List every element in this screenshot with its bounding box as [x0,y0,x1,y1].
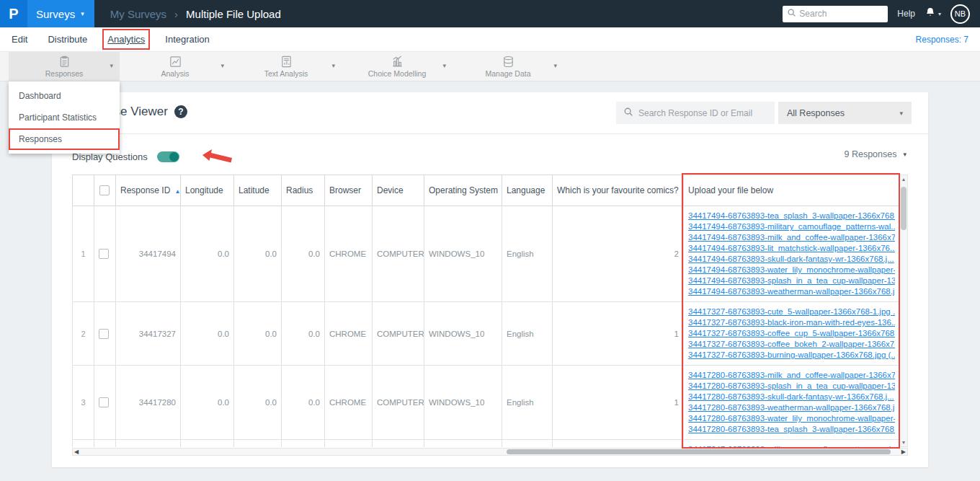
file-link[interactable]: 34417280-68763893-milk_and_coffee-wallpa… [688,370,895,381]
file-link[interactable]: 34417494-68763893-water_lily_monochrome-… [688,265,895,275]
file-link[interactable]: 34417280-68763893-splash_in_a_tea_cup-wa… [688,381,895,392]
file-link[interactable]: 34417494-68763893-weatherman-wallpaper-1… [688,286,895,297]
cell-language: English [502,302,553,366]
file-link[interactable]: 34417327-68763893-burning-wallpaper-1366… [688,350,895,361]
file-link[interactable]: 34417494-68763893-skull-dark-fantasy-wr-… [688,254,895,265]
column-header-radius[interactable]: Radius [282,175,325,206]
column-header-upload-your-file-below[interactable]: Upload your file below [684,175,900,206]
vertical-scroll-thumb[interactable] [901,187,906,230]
page-title: Multiple File Upload [186,8,281,20]
breadcrumb-my-surveys[interactable]: My Surveys [110,8,166,20]
chevron-down-icon[interactable]: ▾ [220,62,224,69]
file-link[interactable]: 34417280-68763893-water_lily_monochrome-… [688,413,895,424]
file-link[interactable]: 34417280-68763893-tea_splash_3-wallpaper… [688,424,895,435]
column-header-response-id[interactable]: Response ID▲ [116,175,181,206]
column-header-longitude[interactable]: Longitude [181,175,234,206]
file-link[interactable]: 34417494-68763893-lit_matchstick-wallpap… [688,243,895,254]
row-number: 1 [73,206,94,302]
scroll-left-icon[interactable]: ◀ [74,449,79,455]
file-link[interactable]: 34417327-68763893-black-iron-man-with-re… [688,317,895,328]
toolbar-text-analysis[interactable]: Text Analysis▾ [231,52,342,81]
row-checkbox[interactable] [99,397,109,407]
chevron-down-icon[interactable]: ▾ [110,62,113,69]
response-filter-dropdown[interactable]: All Responses ▾ [778,102,912,124]
menu-item-participant-statistics[interactable]: Participant Statistics [9,107,120,128]
column-header-latitude[interactable]: Latitude [234,175,282,206]
notifications-button[interactable]: ▾ [925,6,941,22]
tab-analytics[interactable]: Analytics [107,34,145,45]
file-link[interactable]: 34417494-68763893-tea_splash_3-wallpaper… [688,211,895,221]
global-search-input[interactable] [799,9,883,19]
file-link[interactable]: 34417280-68763893-skull-dark-fantasy-wr-… [688,392,895,402]
file-link[interactable]: 34417327-68763893-coffee_bokeh_2-wallpap… [688,339,895,350]
display-questions-toggle[interactable] [157,151,179,162]
help-link[interactable]: Help [897,9,915,19]
breadcrumb: My Surveys › Multiple File Upload [110,8,281,20]
tab-distribute[interactable]: Distribute [48,34,87,45]
cell-operating-system: WINDOWS_10 [424,206,502,302]
cell-radius: 0.0 [282,366,325,440]
toolbar-responses[interactable]: Responses▾ [9,52,120,81]
card-header: Response Viewer ? All Responses ▾ [52,92,928,134]
toolbar-choice-modelling[interactable]: Choice Modelling▾ [342,52,453,81]
toolbar-analysis[interactable]: Analysis▾ [120,52,231,81]
questionpro-logo[interactable]: P [0,0,27,27]
responses-table: Response ID▲LongitudeLatitudeRadiusBrows… [72,175,899,447]
scroll-up-icon[interactable]: ▲ [900,177,907,182]
file-link[interactable]: 34417247-68763893-military_camouflage_pa… [688,444,895,447]
column-header-which-is-your-favourite-comics-[interactable]: Which is your favourite comics? [553,175,684,206]
tab-integration[interactable]: Integration [165,34,209,45]
product-switcher[interactable]: P Surveys ▾ [0,0,94,27]
response-viewer-card: Response Viewer ? All Responses ▾ Displa… [52,92,928,467]
column-header-language[interactable]: Language [502,175,553,206]
cell-favourite-comics [553,440,684,448]
response-search[interactable] [616,102,775,124]
column-header-browser[interactable]: Browser [325,175,373,206]
file-link[interactable]: 34417327-68763893-coffee_cup_5-wallpaper… [688,328,895,339]
bell-icon [925,6,936,22]
select-all-checkbox[interactable] [99,185,110,195]
cell-longitude: 0.0 [181,366,234,440]
scroll-down-icon[interactable]: ▼ [900,440,907,445]
menu-item-dashboard[interactable]: Dashboard [9,85,120,107]
file-link[interactable]: 34417494-68763893-milk_and_coffee-wallpa… [688,232,895,243]
response-search-input[interactable] [638,108,767,118]
file-link[interactable]: 34417280-68763893-weatherman-wallpaper-1… [688,402,895,413]
responses-counter[interactable]: Responses: 7 [916,35,980,45]
chevron-down-icon: ▾ [938,11,941,17]
cell-latitude [234,440,282,448]
row-checkbox[interactable] [99,249,109,259]
horizontal-scroll-thumb[interactable] [507,449,891,454]
cell-operating-system: WINDOWS_10 [424,366,502,440]
vertical-scrollbar[interactable]: ▲ ▼ [899,175,908,447]
scroll-right-icon[interactable]: ▶ [901,449,906,455]
file-link[interactable]: 34417494-68763893-military_camouflage_pa… [688,221,895,232]
global-search[interactable] [783,6,888,22]
responses-count-dropdown[interactable]: 9 Responses ▾ [845,149,907,159]
chevron-down-icon[interactable]: ▾ [331,62,335,69]
avatar[interactable]: NB [950,4,970,24]
toolbar-label: Manage Data [485,69,530,78]
toolbar-manage-data[interactable]: Manage Data▾ [453,52,564,81]
sort-asc-icon[interactable]: ▲ [174,188,180,195]
chevron-down-icon[interactable]: ▾ [553,62,557,69]
tab-edit[interactable]: Edit [12,34,27,45]
cell-latitude: 0.0 [234,206,282,302]
row-checkbox-cell [94,366,116,440]
row-checkbox[interactable] [99,329,109,339]
cell-longitude: 0.0 [181,302,234,366]
response-filter-value: All Responses [787,108,845,118]
chevron-down-icon[interactable]: ▾ [442,62,446,69]
cell-uploaded-files: 34417247-68763893-military_camouflage_pa… [684,440,900,448]
help-circle-icon[interactable]: ? [174,105,187,118]
column-header-operating-system[interactable]: Operating System [424,175,502,206]
toolbar-label: Responses [45,69,84,78]
file-link[interactable]: 34417327-68763893-cute_5-wallpaper-1366x… [688,306,895,317]
file-link[interactable]: 34417494-68763893-splash_in_a_tea_cup-wa… [688,275,895,286]
cell-browser: CHROME [325,302,373,366]
menu-item-responses[interactable]: Responses [9,128,120,150]
horizontal-scrollbar[interactable]: ◀ ▶ [72,448,908,456]
responses-count-label: 9 Responses [845,149,897,159]
column-header-device[interactable]: Device [373,175,424,206]
chevron-down-icon: ▾ [903,151,906,158]
